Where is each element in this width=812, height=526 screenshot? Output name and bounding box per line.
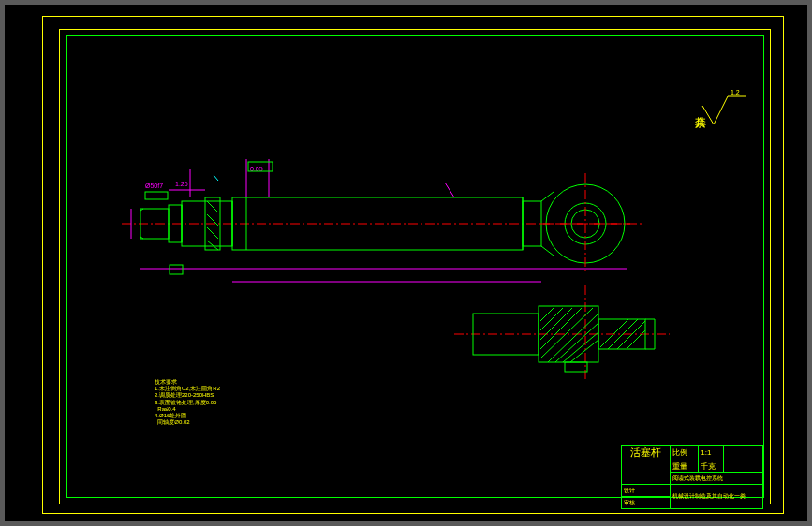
svg-rect-39: [565, 362, 587, 372]
tb-scale-label: 比例: [671, 446, 699, 460]
technical-notes: 技术要求 1.未注倒角C2,未注圆角R2 2.调质处理220-250HBS 3.…: [155, 379, 220, 426]
svg-rect-34: [170, 265, 183, 274]
svg-line-9: [207, 201, 218, 212]
svg-line-21: [541, 246, 554, 256]
svg-line-49: [540, 308, 582, 349]
svg-line-47: [563, 332, 598, 362]
svg-rect-33: [145, 192, 168, 199]
tb-r1c4: [723, 446, 762, 460]
svg-line-12: [207, 241, 218, 250]
tb-auditor: 审核: [622, 497, 671, 509]
section-view: [454, 285, 670, 379]
svg-line-51: [540, 308, 563, 330]
surface-finish-value: 1.2: [731, 89, 740, 95]
tb-part-name: 活塞杆: [622, 446, 671, 460]
dim-text: 1:26: [175, 181, 188, 187]
svg-line-50: [540, 308, 572, 340]
svg-line-58: [214, 175, 218, 181]
tb-weight-label: 重量: [671, 460, 699, 473]
cad-canvas[interactable]: Ø50f7 1:26 0.05: [5, 5, 807, 521]
tb-designer: 设计: [622, 485, 671, 497]
dim-text: Ø50f7: [145, 183, 163, 189]
svg-line-45: [548, 314, 598, 362]
tb-scale-value: 1:1: [699, 446, 723, 460]
svg-line-11: [207, 227, 218, 239]
tb-dept: 机械设计制造及其自动化一类: [671, 485, 763, 509]
title-block: 活塞杆 比例 1:1 重量 千克 阅读式装载电控系统 设计 机械设计制造及其自动…: [621, 445, 763, 509]
svg-line-48: [570, 340, 598, 362]
main-view: Ø50f7 1:26 0.05: [122, 159, 642, 282]
svg-line-20: [541, 192, 554, 201]
surface-finish-symbol: [702, 96, 746, 124]
svg-line-46: [555, 323, 598, 362]
svg-line-56: [627, 330, 645, 349]
tb-weight-unit: 千克: [699, 460, 723, 473]
svg-line-31: [445, 183, 454, 197]
tb-project: 阅读式装载电控系统: [671, 473, 763, 485]
